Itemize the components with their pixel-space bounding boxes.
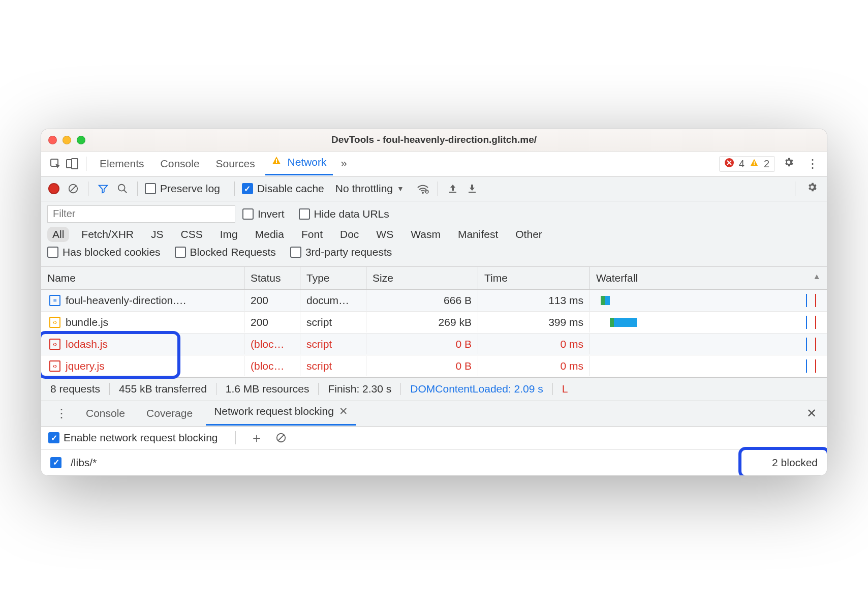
request-status: 200 [244, 312, 300, 333]
warning-icon [271, 156, 285, 168]
upload-har-icon[interactable] [445, 181, 460, 196]
table-row[interactable]: ≡foul-heavenly-direction.…200docum…666 B… [41, 290, 827, 312]
disable-cache-checkbox[interactable]: Disable cache [242, 183, 324, 195]
col-waterfall[interactable]: Waterfall ▲ [590, 267, 827, 289]
warning-icon [750, 158, 759, 170]
svg-line-17 [278, 435, 284, 441]
window-title: DevTools - foul-heavenly-direction.glitc… [41, 134, 827, 145]
network-conditions-icon[interactable] [415, 181, 430, 196]
request-size: 0 B [366, 334, 478, 354]
window-minimize-button[interactable] [63, 136, 71, 144]
remove-all-patterns-icon[interactable] [273, 430, 289, 445]
type-filter-css[interactable]: CSS [176, 227, 208, 242]
type-filter-ws[interactable]: WS [371, 227, 398, 242]
drawer-tab-network-request-blocking[interactable]: Network request blocking✕ [206, 402, 356, 426]
file-icon: ‹› [49, 317, 60, 328]
filter-input[interactable] [47, 205, 235, 223]
drawer-tab-console[interactable]: Console [78, 404, 133, 422]
window-close-button[interactable] [48, 136, 57, 144]
svg-point-10 [118, 185, 125, 191]
summary-transferred: 455 kB transferred [110, 383, 216, 395]
type-filter-js[interactable]: JS [146, 227, 169, 242]
pattern-blocked-count: 2 blocked [772, 457, 818, 469]
filter-icon[interactable] [96, 181, 111, 196]
type-filter-doc[interactable]: Doc [335, 227, 364, 242]
request-waterfall [590, 355, 827, 377]
col-type[interactable]: Type [300, 267, 366, 289]
throttling-select[interactable]: No throttling▼ [335, 183, 404, 195]
svg-rect-6 [754, 161, 755, 164]
tab-console[interactable]: Console [154, 155, 206, 173]
add-pattern-icon[interactable]: ＋ [246, 429, 267, 447]
type-filter-wasm[interactable]: Wasm [406, 227, 446, 242]
settings-icon[interactable] [779, 155, 798, 173]
third-party-checkbox[interactable]: 3rd-party requests [290, 246, 392, 258]
request-time: 113 ms [478, 290, 590, 311]
network-table: Name Status Type Size Time Waterfall ▲ ≡… [41, 267, 827, 377]
summary-resources: 1.6 MB resources [216, 383, 319, 395]
request-name: lodash.js [66, 338, 108, 350]
tab-network[interactable]: Network [265, 153, 333, 175]
search-icon[interactable] [115, 181, 130, 196]
tab-elements[interactable]: Elements [94, 155, 150, 173]
request-size: 269 kB [366, 312, 478, 333]
request-status: (bloc… [244, 334, 300, 354]
svg-rect-4 [276, 162, 277, 163]
blocked-requests-checkbox[interactable]: Blocked Requests [175, 246, 276, 258]
request-status: 200 [244, 290, 300, 311]
close-tab-icon[interactable]: ✕ [339, 405, 348, 417]
col-time[interactable]: Time [478, 267, 590, 289]
col-status[interactable]: Status [244, 267, 300, 289]
drawer-menu-icon[interactable]: ⋮ [50, 406, 73, 420]
col-name[interactable]: Name [41, 267, 244, 289]
table-row[interactable]: ‹›bundle.js200script269 kB399 ms [41, 312, 827, 334]
type-filter-other[interactable]: Other [510, 227, 547, 242]
col-size[interactable]: Size [366, 267, 478, 289]
svg-rect-14 [449, 192, 456, 193]
tab-sources[interactable]: Sources [210, 155, 261, 173]
inspect-icon[interactable] [49, 158, 61, 170]
svg-line-11 [124, 190, 127, 193]
table-row[interactable]: ‹›lodash.js(bloc…script0 B0 ms [41, 334, 827, 355]
file-icon: ‹› [49, 339, 60, 350]
record-button[interactable] [48, 183, 59, 194]
request-size: 666 B [366, 290, 478, 311]
drawer-toolbar: Enable network request blocking ＋ [41, 427, 827, 450]
blocking-pattern-row[interactable]: /libs/*2 blocked [41, 450, 827, 475]
svg-rect-2 [72, 159, 78, 169]
more-tabs-icon[interactable]: » [337, 157, 351, 170]
hide-data-urls-checkbox[interactable]: Hide data URLs [299, 208, 389, 220]
type-filter-all[interactable]: All [47, 227, 69, 242]
menu-icon[interactable]: ⋮ [802, 155, 823, 173]
enable-blocking-checkbox[interactable]: Enable network request blocking [48, 432, 218, 444]
device-toggle-icon[interactable] [66, 158, 79, 170]
type-filter-fetch-xhr[interactable]: Fetch/XHR [76, 227, 139, 242]
request-time: 0 ms [478, 356, 590, 376]
invert-checkbox[interactable]: Invert [242, 208, 285, 220]
type-filter-img[interactable]: Img [215, 227, 243, 242]
type-filter-media[interactable]: Media [250, 227, 289, 242]
request-waterfall [590, 290, 827, 311]
network-toolbar: Preserve log Disable cache No throttling… [41, 177, 827, 201]
request-name: foul-heavenly-direction.… [66, 294, 187, 307]
drawer-close-icon[interactable]: ✕ [801, 406, 822, 420]
request-name: bundle.js [66, 316, 108, 328]
window-maximize-button[interactable] [77, 136, 85, 144]
request-time: 399 ms [478, 312, 590, 333]
error-count: 4 [739, 158, 745, 170]
network-settings-icon[interactable] [802, 179, 822, 198]
type-filter-manifest[interactable]: Manifest [453, 227, 503, 242]
drawer-tab-coverage[interactable]: Coverage [138, 404, 201, 422]
preserve-log-checkbox[interactable]: Preserve log [145, 183, 220, 195]
file-icon: ‹› [49, 360, 60, 372]
table-row[interactable]: ‹›jquery.js(bloc…script0 B0 ms [41, 355, 827, 377]
svg-rect-15 [469, 192, 476, 193]
download-har-icon[interactable] [464, 181, 480, 196]
issues-badge[interactable]: 4 2 [719, 156, 775, 172]
clear-icon[interactable] [66, 181, 81, 196]
has-blocked-cookies-checkbox[interactable]: Has blocked cookies [47, 246, 161, 258]
summary-finish: Finish: 2.30 s [319, 383, 401, 395]
error-icon [725, 158, 734, 170]
pattern-checkbox[interactable] [50, 457, 61, 468]
type-filter-font[interactable]: Font [296, 227, 328, 242]
